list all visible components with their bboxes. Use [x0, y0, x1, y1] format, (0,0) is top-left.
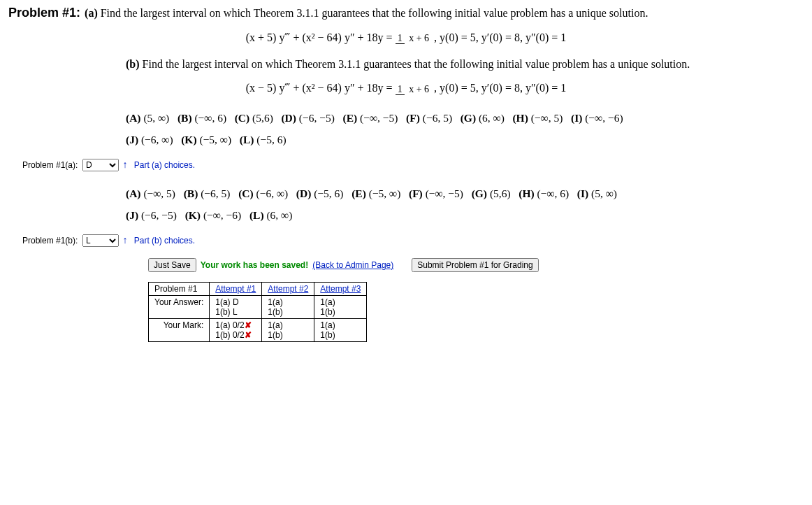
select-a[interactable]: D	[82, 159, 119, 171]
eq-b-rhs: , y(0) = 5, y′(0) = 8, y″(0) = 1	[434, 82, 566, 94]
up-arrow-icon: ↑	[122, 159, 127, 170]
x-icon: ✘	[245, 330, 252, 340]
equation-a: (x + 5) y‴ + (x² − 64) y″ + 18y = 1 x + …	[8, 31, 804, 44]
choices-a: (A) (5, ∞) (B) (−∞, 6) (C) (5,6) (D) (−6…	[126, 107, 804, 150]
input-b-label: Problem #1(b):	[22, 236, 78, 246]
fraction-icon: 1 x + 6	[396, 34, 431, 43]
part-b-label: (b)	[126, 58, 140, 70]
attempt-3-link[interactable]: Attempt #3	[320, 284, 361, 294]
input-row-a: Problem #1(a): D ↑ Part (a) choices.	[22, 159, 804, 171]
up-arrow-icon: ↑	[122, 234, 127, 246]
saved-message: Your work has been saved!	[201, 260, 309, 270]
submit-button[interactable]: Submit Problem #1 for Grading	[412, 258, 538, 272]
just-save-button[interactable]: Just Save	[148, 258, 196, 272]
attempt-1-link[interactable]: Attempt #1	[215, 284, 256, 294]
x-icon: ✘	[245, 320, 252, 330]
fraction-icon: 1 x + 6	[396, 85, 431, 94]
attempt-2-link[interactable]: Attempt #2	[268, 284, 308, 294]
back-to-admin-link[interactable]: (Back to Admin Page)	[312, 260, 393, 270]
table-row: Your Answer: 1(a) D1(b) L 1(a)1(b) 1(a)1…	[149, 296, 367, 319]
action-row: Just Save Your work has been saved! (Bac…	[148, 258, 804, 272]
problem-header: Problem #1: (a) Find the largest interva…	[8, 6, 804, 21]
table-row: Your Mark: 1(a) 0/2✘ 1(b) 0/2✘ 1(a)1(b) …	[149, 319, 367, 342]
part-b-text: Find the largest interval on which Theor…	[143, 58, 690, 70]
col-problem: Problem #1	[149, 283, 210, 296]
eq-a-lhs: (x + 5) y‴ + (x² − 64) y″ + 18y =	[246, 31, 396, 43]
problem-body: (a) Find the largest interval on which T…	[85, 6, 648, 21]
eq-a-rhs: , y(0) = 5, y′(0) = 8, y″(0) = 1	[434, 31, 566, 43]
hint-a: Part (a) choices.	[134, 160, 195, 170]
input-row-b: Problem #1(b): L ↑ Part (b) choices.	[22, 234, 804, 247]
part-a-text: Find the largest interval on which Theor…	[101, 7, 648, 19]
row-your-mark: Your Mark:	[149, 319, 210, 342]
equation-b: (x − 5) y‴ + (x² − 64) y″ + 18y = 1 x + …	[8, 81, 804, 94]
part-b-block: (b) Find the largest interval on which T…	[126, 57, 804, 72]
select-b[interactable]: L	[82, 234, 119, 247]
choices-b: (A) (−∞, 5) (B) (−6, 5) (C) (−6, ∞) (D) …	[126, 183, 804, 226]
eq-b-lhs: (x − 5) y‴ + (x² − 64) y″ + 18y =	[246, 82, 396, 94]
row-your-answer: Your Answer:	[149, 296, 210, 319]
hint-b: Part (b) choices.	[134, 236, 195, 246]
table-row: Problem #1 Attempt #1 Attempt #2 Attempt…	[149, 283, 367, 296]
problem-number: Problem #1:	[8, 6, 80, 20]
part-a-label: (a)	[85, 7, 98, 19]
attempts-table: Problem #1 Attempt #1 Attempt #2 Attempt…	[148, 282, 367, 342]
input-a-label: Problem #1(a):	[22, 160, 78, 170]
